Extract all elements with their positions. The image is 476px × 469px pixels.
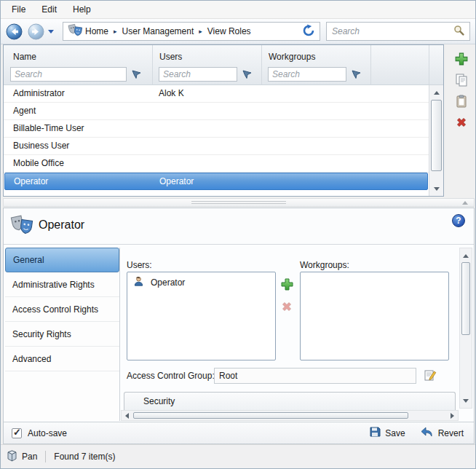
- detail-body: General Administrative Rights Access Con…: [4, 244, 474, 421]
- scroll-left-icon[interactable]: [122, 411, 132, 420]
- tab-advanced[interactable]: Advanced: [5, 347, 119, 371]
- edit-access-control-group-icon[interactable]: [424, 368, 437, 384]
- detail-horizontal-scrollbar[interactable]: [121, 410, 459, 421]
- revert-label: Revert: [438, 428, 464, 438]
- role-name: Administrator: [13, 85, 65, 102]
- column-label: Users: [159, 52, 182, 62]
- filter-icon[interactable]: [132, 69, 142, 82]
- list-item[interactable]: Operator: [127, 272, 275, 289]
- breadcrumb: Home User Management View Roles: [63, 22, 320, 41]
- column-header-name[interactable]: Name: [4, 45, 153, 84]
- workgroups-listbox[interactable]: [300, 272, 449, 360]
- column-header-workgroups[interactable]: Workgroups: [262, 45, 371, 84]
- access-control-group-field[interactable]: [214, 368, 416, 384]
- breadcrumb-view-roles[interactable]: View Roles: [207, 26, 251, 36]
- role-users: Alok K: [159, 85, 184, 102]
- global-search-input[interactable]: [332, 26, 453, 36]
- menu-file[interactable]: File: [4, 1, 33, 17]
- role-name: Billable-Time User: [13, 120, 84, 137]
- save-label: Save: [385, 428, 405, 438]
- scrollbar-thumb[interactable]: [461, 262, 470, 335]
- scroll-down-icon[interactable]: [429, 183, 443, 194]
- security-group-label: Security: [124, 393, 455, 410]
- tab-general[interactable]: General: [5, 248, 119, 272]
- tab-administrative-rights[interactable]: Administrative Rights: [5, 272, 119, 297]
- role-name: Operator: [14, 173, 48, 190]
- user-name: Operator: [151, 277, 185, 288]
- app-name-label: Pan: [22, 452, 37, 462]
- filter-icon[interactable]: [352, 69, 362, 82]
- status-bar: Pan Found 7 item(s): [1, 444, 475, 468]
- detail-footer: Auto-save Save Revert: [4, 422, 474, 444]
- workgroups-label: Workgroups:: [300, 260, 349, 270]
- autosave-checkbox[interactable]: [12, 428, 22, 438]
- table-row[interactable]: Business User: [4, 138, 429, 155]
- collapse-panel-icon[interactable]: [462, 201, 468, 205]
- save-button[interactable]: Save: [365, 424, 409, 442]
- table-action-toolbar: [448, 52, 475, 130]
- table-row[interactable]: Administrator Alok K: [4, 85, 429, 103]
- user-icon: [133, 276, 144, 289]
- result-count-label: Found 7 item(s): [54, 452, 115, 462]
- users-filter-input[interactable]: [159, 67, 237, 82]
- remove-user-icon[interactable]: [279, 299, 294, 314]
- table-scrollbar[interactable]: [429, 85, 443, 196]
- search-icon[interactable]: [453, 25, 464, 38]
- roles-table-header: Name Users Workgroups: [4, 45, 443, 85]
- column-label: Workgroups: [269, 52, 315, 62]
- scrollbar-thumb[interactable]: [133, 412, 408, 419]
- tab-access-control-rights[interactable]: Access Control Rights: [5, 297, 119, 322]
- autosave-label[interactable]: Auto-save: [28, 428, 67, 438]
- breadcrumb-user-management[interactable]: User Management: [122, 26, 194, 36]
- breadcrumb-separator-icon: [114, 28, 117, 35]
- breadcrumb-home[interactable]: Home: [85, 26, 108, 36]
- general-tab-content: Users: Operator: [121, 245, 459, 410]
- add-user-icon[interactable]: [279, 277, 294, 291]
- save-icon: [369, 426, 381, 440]
- global-search: [326, 22, 470, 41]
- roles-masks-icon: [68, 23, 84, 39]
- role-name: Business User: [13, 138, 69, 154]
- table-row[interactable]: Billable-Time User: [4, 120, 429, 138]
- copy-icon[interactable]: [454, 73, 469, 87]
- table-row[interactable]: Mobile Office: [4, 155, 429, 173]
- detail-title: Operator: [39, 218, 84, 232]
- menu-bar: File Edit Help: [1, 1, 475, 19]
- role-detail-panel: Operator General Administrative Rights A…: [3, 208, 475, 444]
- role-name: Mobile Office: [13, 155, 64, 172]
- detail-scrollbar[interactable]: [459, 248, 472, 409]
- scroll-up-icon[interactable]: [460, 250, 472, 261]
- refresh-icon[interactable]: [302, 24, 315, 39]
- filter-icon[interactable]: [242, 69, 253, 82]
- menu-help[interactable]: Help: [65, 1, 99, 17]
- forward-icon[interactable]: [28, 23, 44, 40]
- users-edit-toolbar: [279, 277, 295, 314]
- pan-icon: [7, 450, 17, 464]
- delete-role-icon[interactable]: [454, 115, 469, 130]
- panel-splitter[interactable]: [3, 198, 475, 207]
- column-header-users[interactable]: Users: [153, 45, 262, 84]
- revert-button[interactable]: Revert: [417, 425, 468, 441]
- scroll-up-icon[interactable]: [429, 87, 443, 98]
- table-row-selected[interactable]: Operator Operator: [4, 173, 428, 190]
- back-icon[interactable]: [6, 23, 23, 40]
- scrollbar-thumb[interactable]: [431, 100, 442, 171]
- name-filter-input[interactable]: [10, 67, 127, 82]
- users-listbox[interactable]: Operator: [127, 272, 276, 360]
- navigation-toolbar: Home User Management View Roles: [1, 19, 475, 44]
- role-name: Agent: [13, 103, 36, 119]
- help-icon[interactable]: [452, 214, 465, 227]
- app-window: File Edit Help Home User Management View…: [0, 0, 476, 469]
- security-group[interactable]: Security: [124, 392, 456, 410]
- workgroups-filter-input[interactable]: [268, 67, 346, 82]
- menu-edit[interactable]: Edit: [33, 1, 65, 17]
- users-label: Users:: [127, 260, 152, 270]
- scroll-right-icon[interactable]: [447, 411, 458, 420]
- breadcrumb-separator-icon: [199, 28, 202, 35]
- table-row[interactable]: Agent: [4, 103, 429, 120]
- add-role-icon[interactable]: [454, 52, 469, 66]
- history-dropdown-icon[interactable]: [48, 30, 54, 34]
- scroll-down-icon[interactable]: [460, 395, 472, 406]
- paste-icon[interactable]: [454, 94, 469, 109]
- tab-security-rights[interactable]: Security Rights: [5, 322, 119, 347]
